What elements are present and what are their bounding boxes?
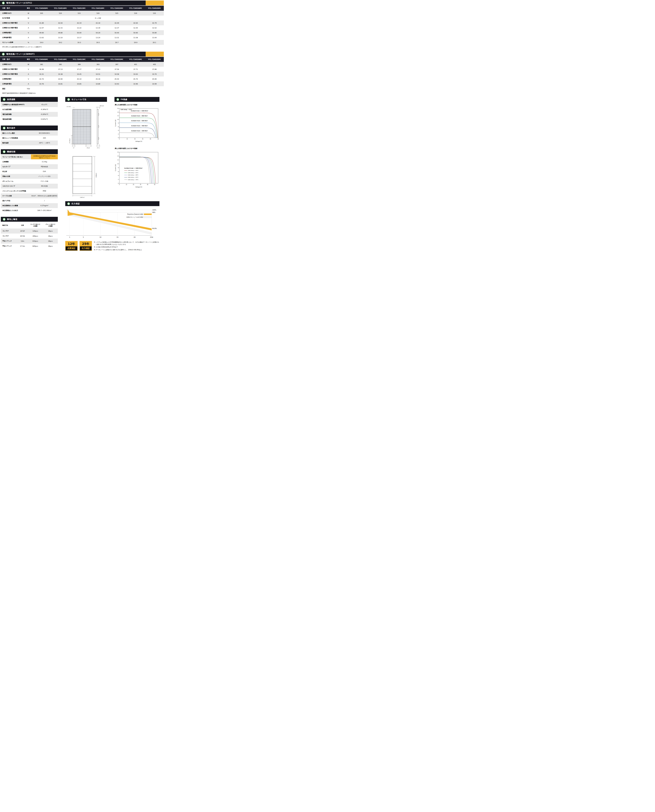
cell-value: 13.44 [145,35,164,40]
row-unit: W [25,15,32,20]
cell-value: 13.38 [126,35,145,40]
cell-value: 37.56 [107,67,126,72]
row-label: 公称重量 [1,159,31,164]
row-label: 電圧温度係数 [1,112,31,117]
cell-value: 19.3 [70,40,89,45]
col-unit-header: 単位 [25,57,32,62]
svg-text:12: 12 [117,159,118,161]
warranty-note: ※ システムの設置および正常稼働開始日から初年度において、出力は製品データシート… [94,241,160,246]
row-label: 公称開放電圧 [0,77,25,82]
cell-value: 393 [89,62,108,67]
mechanical-row: コネクタータイプMC4互換 [1,184,58,189]
check-icon: ✓ [2,53,5,55]
cell-value: 42.04 [51,20,70,25]
model-name: YY1-72H530PC [126,6,145,11]
check-glyph: ✓ [3,151,5,153]
stc-table-container: 仕様・型式単位YY1-72H505PCYY1-72H510PCYY1-72H51… [0,6,164,45]
packing-row: コンテナ40'HQ280pcs28pcs [1,234,58,238]
operating-row: 最大ヒューズ定格電流20A [1,135,58,140]
svg-text:Cells temp. = 25℃: Cells temp. = 25℃ [128,172,138,174]
svg-text:8: 8 [118,167,118,168]
cell-value: 49.80 [51,30,70,35]
iv-column: ✓ IV曲線 異なる放射照度におけるI-V曲線 0102030405002468… [114,97,160,198]
row-value: / [31,198,58,203]
packing-cell: 280pcs [28,234,43,238]
cell-value: 12.44 [126,25,145,30]
check-icon: ✓ [2,2,5,5]
row-label: ケーブル仕様 [1,194,31,198]
warranty-notes: ※ システムの設置および正常稼働開始日から初年度において、出力は製品データシート… [94,241,160,251]
row-label: 公称最大出力動作電圧 [0,67,25,72]
row-unit: % [25,40,32,45]
cell-value: 41.89 [32,20,51,25]
svg-text:Current [A]: Current [A] [115,165,116,171]
dim-left-bottom: 17.25±2 [69,138,71,143]
mechanical-row: ボトムフレームチタン合金 [1,179,58,184]
packing-col-header: 輸送方法 [1,222,17,229]
cell-value: 50.00 [70,30,89,35]
nmot-table-container: 仕様・型式単位YY1-72H505PCYY1-72H510PCYY1-72H51… [0,57,164,91]
packing-cell: 28pcs [43,238,58,244]
left-column: ✓ 温度係数 公称動作セル最高温度(NMOT)41±2℃出力温度係数-0.36%… [1,97,58,252]
row-value: P型単結晶 [31,164,58,169]
cell-value: 45.90 [145,77,164,82]
packing-cell: 140pcs [28,229,43,234]
cell-value: 42.49 [107,20,126,25]
svg-text:50: 50 [157,138,159,140]
mechanical-title-bar: ✓ 機械性能 [1,149,58,154]
model-name: YY1-72H520PC [89,6,108,11]
side-profile [97,109,98,144]
check-icon: ✓ [3,127,6,129]
cell-value: 37.27 [70,67,89,72]
row-value: EVA [31,169,58,174]
row-label: ボトムフレーム [1,179,31,184]
nmot-header-row: 仕様・型式単位YY1-72H505PCYY1-72H510PCYY1-72H51… [0,57,164,62]
svg-text:Incident Irrad. = 600 W/m²: Incident Irrad. = 600 W/m² [131,120,148,121]
row-value: DC1500V(IEC) [31,131,58,135]
svg-text:0: 0 [118,183,118,184]
col-unit-header: 単位 [25,6,32,11]
iv-title-bar: ✓ IV曲線 [114,97,160,102]
section-temp-coeff: ✓ 温度係数 公称動作セル最高温度(NMOT)41±2℃出力温度係数-0.36%… [1,97,58,121]
row-label: 単位面積当たりの重量 [1,203,31,208]
warranty-degradation-chart: 1510152025年100%98%84.8%Polyshine Solar出力… [65,207,160,240]
cell-value: 45.50 [107,77,126,82]
cell-value: 45.30 [89,77,108,82]
operating-table: 最大システム電圧DC1500V(IEC)最大ヒューズ定格電流20A動作温度-40… [1,131,58,145]
svg-text:4: 4 [118,130,118,131]
badge-label: 出力保証 [80,246,92,251]
quality-warranty-badge: 12年 品質保証 [65,241,78,251]
stc-row: モジュール効率%19.019.219.319.519.719.920.1 [0,40,164,45]
cell-value: 401 [126,62,145,67]
cell-value: 45.10 [70,77,89,82]
svg-text:100%: 100% [152,209,156,211]
stc-row: 出力許容差W0~+5W [0,15,164,20]
row-value: バックシート(白) [31,174,58,179]
nmot-row: 公称最大出力動作電流A10.3110.3810.4510.5110.5810.6… [0,72,164,77]
section-operating: ✓ 動作条件 最大システム電圧DC1500V(IEC)最大ヒューズ定格電流20A… [1,126,58,145]
cell-value: 19.7 [107,40,126,45]
packing-col-header: コンテナあたり の数量 [28,222,43,229]
badge-years: 12年 [66,241,77,246]
svg-text:従来のモジュール出力保証: 従来のモジュール出力保証 [126,216,143,218]
cell-value: 505 [32,11,51,15]
model-name: YY1-72H535PC [145,57,164,62]
stc-row: 公称最大出力動作電圧V41.8942.0442.1942.3442.4942.6… [0,20,164,25]
cell-value: 19.0 [32,40,51,45]
svg-text:14: 14 [117,155,118,157]
check-glyph: ✓ [117,98,118,100]
row-label: 認証 [0,86,25,91]
cell-value: 10.51 [89,72,108,77]
svg-text:10: 10 [100,237,101,238]
cell-value: 515 [70,11,89,15]
cell-value: 10.99 [145,82,164,86]
model-name: YY1-72H530PC [126,57,145,62]
svg-text:30: 30 [142,138,143,140]
packing-cell: コンテナ [1,229,17,234]
nmot-table: 仕様・型式単位YY1-72H505PCYY1-72H510PCYY1-72H51… [0,57,164,91]
row-value: 41±2℃ [31,102,58,107]
cell-value: 42.79 [145,20,164,25]
row-unit: A [25,35,32,40]
warranty-note: ※ データシートに記載された最小出力を基準とし、25年目で84.8%以上 [94,249,160,251]
row-label: 公称最大出力 [0,62,25,67]
